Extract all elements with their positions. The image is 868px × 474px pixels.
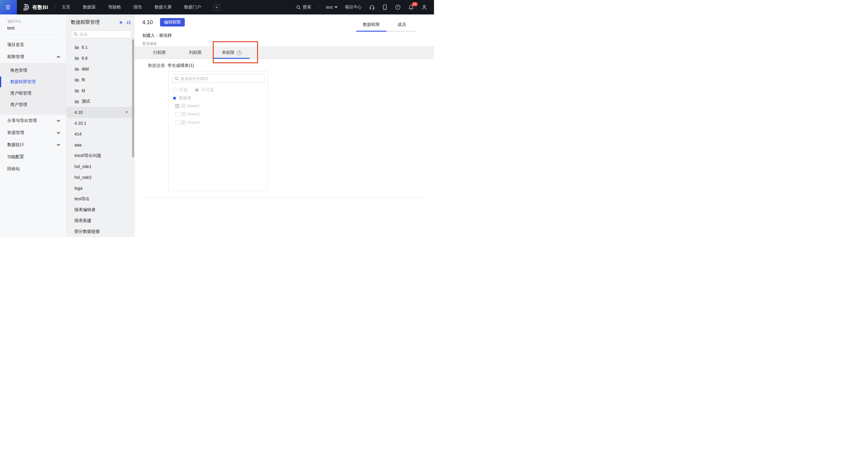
tree-node-sheet1[interactable]: Sheet1 — [175, 104, 199, 108]
nav-report[interactable]: 报告 — [133, 4, 142, 10]
app-title: 有数BI — [32, 4, 48, 11]
keyword-search-input[interactable] — [181, 76, 262, 81]
sidebar-item-data-permission-management[interactable]: 数据权限管理 — [0, 76, 66, 88]
nav-datasource[interactable]: 数据源 — [83, 4, 96, 10]
account-button[interactable] — [421, 4, 427, 10]
sidebar-item-recycle-bin[interactable]: 回收站 — [0, 163, 66, 175]
app-brand[interactable]: 有数BI — [22, 3, 48, 11]
folder-name: flt — [82, 77, 85, 82]
sidebar-item-label: 项目首页 — [7, 42, 24, 47]
permission-list: 6.1 6.6 ddd flt ld 测试 4 — [67, 42, 135, 237]
sidebar-item-user-management[interactable]: 用户管理 — [0, 99, 66, 110]
sidebar-item-data-statistics[interactable]: 数据统计 — [0, 139, 66, 151]
table-icon — [181, 121, 185, 125]
nav-home[interactable]: 主页 — [62, 4, 70, 10]
checkbox-checked-icon[interactable] — [175, 104, 179, 108]
role-row[interactable]: 4.10.1 — [67, 118, 135, 129]
mobile-icon — [382, 4, 388, 10]
sidebar-item-usergroup-management[interactable]: 用户组管理 — [0, 88, 66, 99]
sheet-name: Sheet2 — [187, 112, 199, 116]
add-permission-button[interactable]: + — [119, 20, 123, 25]
scrollbar-thumb[interactable] — [132, 39, 134, 158]
edit-permission-button[interactable]: 编辑权限 — [160, 18, 185, 27]
chevron-up-icon — [57, 56, 60, 58]
mobile-app-button[interactable] — [382, 4, 388, 10]
sidebar-project-name[interactable]: test — [7, 25, 59, 30]
folder-row[interactable]: 6.1 — [67, 42, 135, 53]
role-row[interactable]: hxl_role2 — [67, 172, 135, 183]
help-icon[interactable]: ? — [237, 50, 241, 55]
tab-table-permission[interactable]: 表权限 ? — [222, 47, 241, 59]
folder-row[interactable]: ddd — [67, 64, 135, 74]
app-body: 项目中心 test 项目首页 权限管理 角色管理 数据权限管理 — [0, 14, 434, 237]
sort-button[interactable] — [126, 20, 131, 25]
nav-dashboard[interactable]: 数据大屏 — [155, 4, 172, 10]
tree-node-sheet2[interactable]: Sheet2 — [175, 112, 199, 116]
role-row[interactable]: 报表编辑者 — [67, 204, 135, 215]
project-center-link[interactable]: 项目中心 — [345, 4, 362, 10]
sidebar-submenu-permission: 角色管理 数据权限管理 用户组管理 用户管理 — [0, 63, 66, 115]
workspace-switcher[interactable]: test — [326, 5, 338, 10]
section-divider — [141, 197, 427, 198]
role-row[interactable]: excel导出问题 — [67, 150, 135, 161]
role-row[interactable]: 报表新建 — [67, 215, 135, 226]
tab-data-permission[interactable]: 数据权限 — [356, 19, 386, 31]
role-row[interactable]: test导出 — [67, 194, 135, 204]
role-row[interactable]: 部分数据链接 — [67, 226, 135, 237]
sidebar-item-label: 资源管理 — [7, 130, 24, 136]
chevron-down-icon[interactable] — [125, 111, 128, 113]
checkbox-indeterminate-icon[interactable] — [173, 96, 177, 100]
sidebar-item-project-home[interactable]: 项目首页 — [0, 39, 66, 51]
sidebar-item-label: 用户管理 — [10, 102, 27, 107]
sidebar-item-label: 数据统计 — [7, 142, 24, 147]
checkbox-unchecked-icon[interactable] — [175, 112, 179, 116]
sidebar-item-share-export[interactable]: 分享与导出管理 — [0, 115, 66, 127]
global-search-button[interactable]: 搜索 — [296, 4, 311, 10]
checkbox-unchecked-icon[interactable] — [175, 121, 179, 125]
role-name: 部分数据链接 — [74, 229, 100, 234]
radio-invisible[interactable]: 不可见 — [194, 87, 214, 93]
folder-name: 测试 — [82, 99, 90, 104]
notifications-button[interactable]: 14 — [408, 4, 414, 10]
tab-label: 表权限 — [222, 50, 235, 56]
creator-line: 创建人：谢佳静 — [142, 33, 172, 38]
sidebar-item-label: 角色管理 — [10, 68, 27, 73]
sort-icon — [126, 20, 131, 25]
tree-node-datatable[interactable]: 数据表 — [173, 96, 191, 101]
tree-node-label: 数据表 — [179, 96, 191, 101]
folder-row[interactable]: flt — [67, 74, 135, 85]
tab-members[interactable]: 成员 — [387, 19, 417, 31]
sidebar-item-feature-config[interactable]: 功能配置 — [0, 151, 66, 163]
folder-row[interactable]: 测试 — [67, 96, 135, 107]
nav-dataportal[interactable]: 数据门户 — [184, 4, 201, 10]
role-row[interactable]: loga — [67, 183, 135, 194]
sidebar-item-role-management[interactable]: 角色管理 — [0, 65, 66, 76]
help-button[interactable]: ? — [395, 4, 401, 10]
role-row[interactable]: hxl_role1 — [67, 161, 135, 172]
folder-name: ddd — [82, 67, 89, 71]
role-row[interactable]: 414 — [67, 129, 135, 139]
nav-cockpit[interactable]: 驾驶舱 — [108, 4, 121, 10]
tree-node-sheet3[interactable]: Sheet3 — [175, 120, 199, 125]
role-name: hxl_role2 — [74, 175, 92, 180]
support-button[interactable] — [369, 4, 375, 10]
connection-value[interactable]: 学生成绩表(1) — [167, 63, 194, 68]
role-row-selected[interactable]: 4.10 — [67, 107, 135, 118]
role-name: 4.10 — [74, 110, 83, 115]
sidebar-item-permission-management[interactable]: 权限管理 — [0, 51, 66, 63]
add-module-button[interactable]: + — [214, 4, 220, 10]
radio-visible[interactable]: 可见 — [173, 87, 188, 93]
search-icon — [73, 32, 78, 36]
radio-label: 可见 — [179, 87, 188, 93]
tab-row-permission[interactable]: 行权限 — [153, 47, 166, 59]
sidebar-header: 项目中心 test — [0, 14, 66, 30]
permission-search-input[interactable] — [80, 32, 129, 37]
role-row[interactable]: aaa — [67, 139, 135, 150]
folder-row[interactable]: ld — [67, 85, 135, 96]
search-label: 搜索 — [303, 4, 311, 10]
sidebar-item-resource-management[interactable]: 资源管理 — [0, 127, 66, 139]
sidebar-section-label: 项目中心 — [7, 19, 59, 24]
folder-row[interactable]: 6.6 — [67, 53, 135, 64]
tab-column-permission[interactable]: 列权限 — [189, 47, 202, 59]
sidebar-toggle-button[interactable] — [0, 0, 17, 14]
